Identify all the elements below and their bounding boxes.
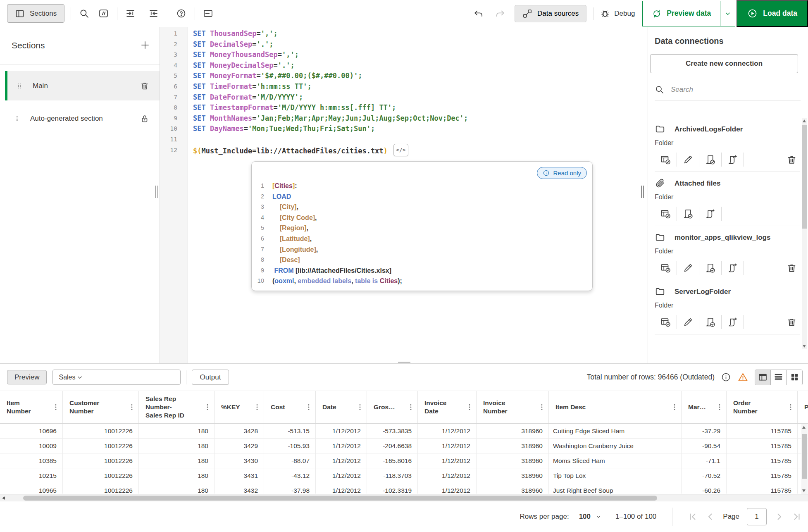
edit-connection-icon[interactable] — [677, 315, 699, 329]
connection-header[interactable]: monitor_apps_qlikview_logs — [655, 231, 800, 243]
first-page-icon[interactable] — [688, 512, 698, 522]
select-data-icon[interactable] — [655, 261, 677, 275]
column-menu-icon[interactable] — [356, 403, 364, 412]
insert-connection-icon[interactable] — [677, 207, 699, 221]
column-menu-icon[interactable] — [465, 403, 474, 412]
column-header[interactable]: P — [798, 391, 808, 423]
connections-collapse-handle[interactable] — [640, 186, 644, 198]
add-section-button[interactable] — [140, 40, 150, 50]
select-data-icon[interactable] — [655, 207, 677, 221]
next-page-icon[interactable] — [774, 512, 784, 522]
preview-tab-button[interactable]: Preview — [7, 370, 47, 384]
connection-header[interactable]: ArchivedLogsFolder — [655, 123, 800, 135]
column-header[interactable]: Gros… — [367, 391, 418, 423]
delete-connection-icon[interactable] — [783, 261, 800, 275]
column-header[interactable]: Invoice Date — [418, 391, 477, 423]
list-view-button[interactable] — [771, 370, 787, 385]
drag-handle-icon[interactable] — [16, 81, 23, 91]
connections-scrollbar[interactable] — [802, 118, 807, 349]
insert-connection-icon[interactable] — [699, 261, 722, 275]
column-header[interactable]: Item Desc — [549, 391, 682, 423]
table-view-button[interactable] — [755, 370, 771, 385]
column-menu-icon[interactable] — [305, 403, 313, 412]
search-icon[interactable] — [79, 8, 89, 19]
column-menu-icon[interactable] — [787, 403, 795, 412]
previous-page-icon[interactable] — [706, 512, 715, 522]
insert-connection-icon[interactable] — [699, 315, 722, 329]
page-number-input[interactable] — [747, 508, 767, 525]
column-header[interactable]: Invoice Number — [477, 391, 549, 423]
table-selector-dropdown[interactable]: Sales — [52, 370, 181, 385]
column-menu-icon[interactable] — [253, 403, 261, 412]
column-menu-icon[interactable] — [715, 403, 724, 412]
scroll-down-icon[interactable] — [803, 345, 806, 348]
insert-string-icon[interactable] — [722, 315, 744, 329]
data-sources-button[interactable]: Data sources — [515, 5, 586, 22]
insert-connection-icon[interactable] — [699, 153, 722, 167]
vertical-scrollbar[interactable] — [801, 424, 808, 494]
info-icon[interactable] — [721, 372, 731, 382]
column-menu-icon[interactable] — [407, 403, 415, 412]
column-menu-icon[interactable] — [128, 403, 136, 412]
warning-icon[interactable] — [737, 372, 748, 383]
column-header[interactable]: Customer Number — [63, 391, 139, 423]
sections-toggle-button[interactable]: Sections — [7, 4, 64, 23]
sidebar-collapse-handle[interactable] — [155, 186, 159, 198]
delete-connection-icon[interactable] — [783, 153, 800, 167]
connection-header[interactable]: ServerLogFolder — [655, 286, 800, 298]
edit-connection-icon[interactable] — [677, 153, 699, 167]
scrollbar-thumb[interactable] — [802, 434, 807, 479]
column-header[interactable]: Item Number — [0, 391, 63, 423]
lock-icon[interactable] — [140, 114, 150, 124]
insert-expression-button[interactable]: </> — [393, 144, 408, 156]
preview-data-caret-button[interactable] — [720, 1, 735, 26]
outdent-icon[interactable] — [148, 8, 159, 19]
preview-data-button[interactable]: Preview data — [642, 1, 720, 26]
rows-per-page-dropdown[interactable]: 100 — [579, 513, 602, 521]
debug-button[interactable]: Debug — [600, 9, 635, 19]
load-data-button[interactable]: Load data — [736, 0, 808, 27]
scrollbar-thumb[interactable] — [802, 125, 807, 229]
insert-string-icon[interactable] — [722, 153, 744, 167]
scroll-down-icon[interactable] — [802, 489, 806, 492]
grid-view-button[interactable] — [787, 370, 802, 385]
redo-icon[interactable] — [495, 8, 505, 19]
undo-icon[interactable] — [473, 8, 484, 19]
column-header[interactable]: Date — [316, 391, 367, 423]
scroll-left-icon[interactable] — [2, 496, 5, 500]
column-header[interactable]: %KEY — [215, 391, 264, 423]
delete-connection-icon[interactable] — [783, 315, 800, 329]
insert-string-icon[interactable] — [699, 207, 722, 221]
section-item[interactable]: Auto-generated section — [5, 104, 160, 133]
column-menu-icon[interactable] — [203, 403, 212, 412]
statement-icon[interactable] — [203, 8, 213, 19]
connections-search-input[interactable] — [671, 86, 770, 94]
column-menu-icon[interactable] — [538, 403, 546, 412]
column-header[interactable]: Mar… — [682, 391, 727, 423]
column-header[interactable]: Sales Rep Number- Sales Rep ID — [139, 391, 215, 423]
last-page-icon[interactable] — [791, 512, 801, 522]
indent-icon[interactable] — [125, 8, 136, 19]
edit-connection-icon[interactable] — [677, 261, 699, 275]
column-header[interactable]: Order Number — [727, 391, 798, 423]
help-icon[interactable] — [176, 8, 186, 19]
column-menu-icon[interactable] — [670, 403, 679, 412]
connection-header[interactable]: Attached files — [655, 177, 800, 189]
delete-icon[interactable] — [140, 81, 150, 91]
section-item[interactable]: Main — [5, 71, 160, 100]
comment-icon[interactable] — [98, 8, 109, 19]
scroll-up-icon[interactable] — [802, 426, 806, 429]
output-tab-button[interactable]: Output — [192, 370, 229, 385]
select-data-icon[interactable] — [655, 153, 677, 167]
scrollbar-thumb[interactable] — [23, 496, 657, 501]
column-header[interactable]: Cost — [264, 391, 316, 423]
scroll-up-icon[interactable] — [803, 119, 806, 122]
script-editor[interactable]: 1SET ThousandSep=',';2SET DecimalSep='.'… — [160, 27, 648, 363]
drag-handle-icon[interactable] — [14, 113, 20, 124]
insert-string-icon[interactable] — [722, 261, 744, 275]
connections-search[interactable] — [655, 85, 801, 100]
horizontal-scrollbar[interactable] — [0, 494, 808, 501]
column-menu-icon[interactable] — [52, 403, 60, 412]
create-connection-button[interactable]: Create new connection — [650, 54, 798, 73]
select-data-icon[interactable] — [655, 315, 677, 329]
